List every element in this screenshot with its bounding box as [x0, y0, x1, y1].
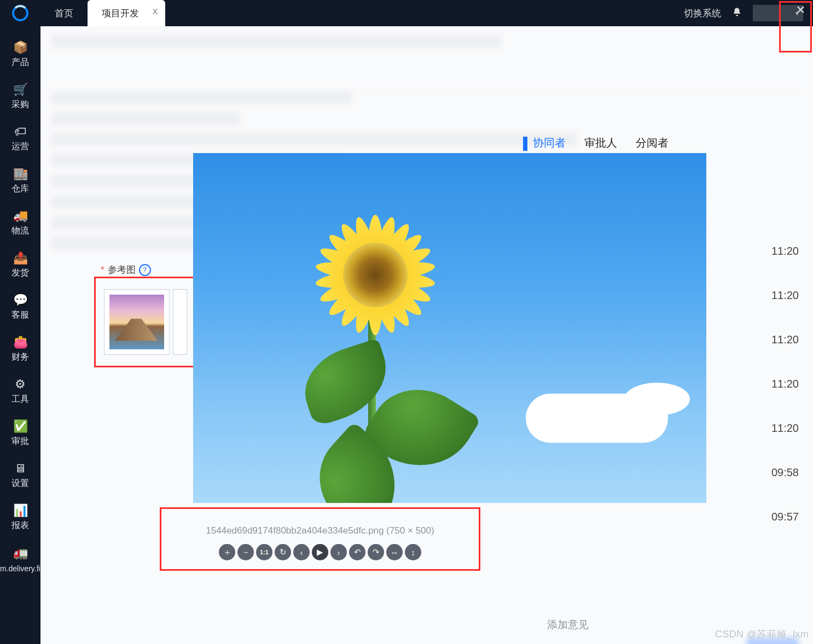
- sidebar-item-approve[interactable]: ✅审批: [0, 413, 40, 455]
- sidebar-item-label: m.delivery.finalLogistics: [0, 564, 40, 573]
- sidebar-item-finance[interactable]: 👛财务: [0, 329, 40, 371]
- collaborator-tabs: 协同者 审批人 分阅者: [533, 136, 669, 150]
- watermark: CSDN @苏菲娅_lxm: [715, 628, 809, 641]
- sidebar-item-label: 产品: [11, 57, 29, 67]
- sidebar-item-final-logistics[interactable]: 🚛m.delivery.finalLogistics: [0, 539, 40, 581]
- chart-icon: 📊: [0, 504, 40, 518]
- sidebar-item-logistics[interactable]: 🚚物流: [0, 202, 40, 244]
- sidebar-item-label: 审批: [11, 436, 29, 446]
- sidebar-item-tools[interactable]: ⚙工具: [0, 371, 40, 413]
- wallet-icon: 👛: [0, 335, 40, 349]
- thumbnail-row: [94, 277, 197, 367]
- sidebar-item-product[interactable]: 📦产品: [0, 34, 40, 76]
- timestamp: 11:20: [771, 245, 799, 257]
- thumbnail-image: [109, 295, 164, 349]
- sidebar-item-operate[interactable]: 🏷运营: [0, 118, 40, 160]
- timestamp: 11:20: [771, 422, 799, 435]
- box-icon: 📦: [0, 40, 40, 55]
- timestamp: 09:57: [771, 511, 799, 523]
- thumbnail-2-empty[interactable]: [173, 289, 187, 355]
- activity-timestamps: 11:20 11:20 11:20 11:20 11:20 09:58 09:5…: [771, 245, 799, 523]
- outbox-icon: 📤: [0, 251, 40, 265]
- tab-label: 项目开发: [102, 7, 139, 20]
- sidebar-item-label: 发货: [11, 268, 29, 277]
- cart-icon: 🛒: [0, 83, 40, 97]
- sidebar-item-label: 仓库: [11, 184, 29, 193]
- thumbnail-1[interactable]: [104, 289, 170, 355]
- viewer-close-icon[interactable]: ✕: [796, 3, 805, 16]
- sidebar-item-settings[interactable]: 🖥设置: [0, 455, 40, 497]
- viewer-image[interactable]: [193, 153, 706, 503]
- switch-system-link[interactable]: 切换系统: [684, 7, 721, 20]
- truck-icon: 🚛: [0, 546, 40, 561]
- highlight-close-box: [779, 1, 812, 52]
- sidebar-item-label: 客服: [11, 310, 29, 319]
- sidebar-item-label: 财务: [11, 352, 29, 361]
- tag-icon: 🏷: [0, 125, 40, 139]
- warehouse-icon: 🏬: [0, 167, 40, 181]
- sidebar-item-label: 设置: [11, 478, 29, 488]
- sidebar: 📦产品 🛒采购 🏷运营 🏬仓库 🚚物流 📤发货 💬客服 👛财务 ⚙工具 ✅审批 …: [0, 26, 40, 644]
- timestamp: 09:58: [771, 466, 799, 479]
- bell-icon[interactable]: [732, 7, 742, 20]
- check-icon: ✅: [0, 419, 40, 434]
- main-panel: 协同者 审批人 分阅者 * 参考图 ? 11:20 11:20 11:20 11…: [40, 26, 813, 644]
- sidebar-item-warehouse[interactable]: 🏬仓库: [0, 160, 40, 202]
- image-viewer: [193, 153, 706, 634]
- sidebar-item-label: 运营: [11, 142, 29, 151]
- tab-reader[interactable]: 分阅者: [636, 136, 669, 150]
- sidebar-item-label: 物流: [11, 226, 29, 235]
- sidebar-item-purchase[interactable]: 🛒采购: [0, 76, 40, 118]
- active-tab-indicator: [523, 137, 527, 151]
- sidebar-item-label: 采购: [11, 99, 29, 109]
- sidebar-item-label: 报表: [11, 520, 29, 530]
- timestamp: 11:20: [771, 289, 799, 302]
- tab-project-dev[interactable]: 项目开发 x: [88, 0, 165, 26]
- gear-icon: ⚙: [0, 377, 40, 391]
- sidebar-item-report[interactable]: 📊报表: [0, 497, 40, 539]
- close-icon[interactable]: x: [153, 5, 158, 17]
- timestamp: 11:20: [771, 378, 799, 390]
- tab-home[interactable]: 首页: [40, 0, 88, 26]
- reference-label-row: * 参考图 ?: [101, 264, 151, 276]
- truck-icon: 🚚: [0, 209, 40, 223]
- timestamp: 11:20: [771, 333, 799, 346]
- monitor-icon: 🖥: [0, 461, 40, 476]
- sidebar-item-ship[interactable]: 📤发货: [0, 244, 40, 286]
- chat-icon: 💬: [0, 293, 40, 307]
- reference-label: 参考图: [108, 264, 136, 276]
- topbar: 首页 项目开发 x 切换系统 ▼: [0, 0, 813, 26]
- tab-collaborator[interactable]: 协同者: [533, 136, 566, 150]
- tab-approver[interactable]: 审批人: [584, 136, 617, 150]
- help-icon[interactable]: ?: [139, 264, 151, 276]
- app-logo[interactable]: [0, 5, 40, 21]
- sidebar-item-service[interactable]: 💬客服: [0, 286, 40, 329]
- sidebar-item-label: 工具: [11, 394, 29, 403]
